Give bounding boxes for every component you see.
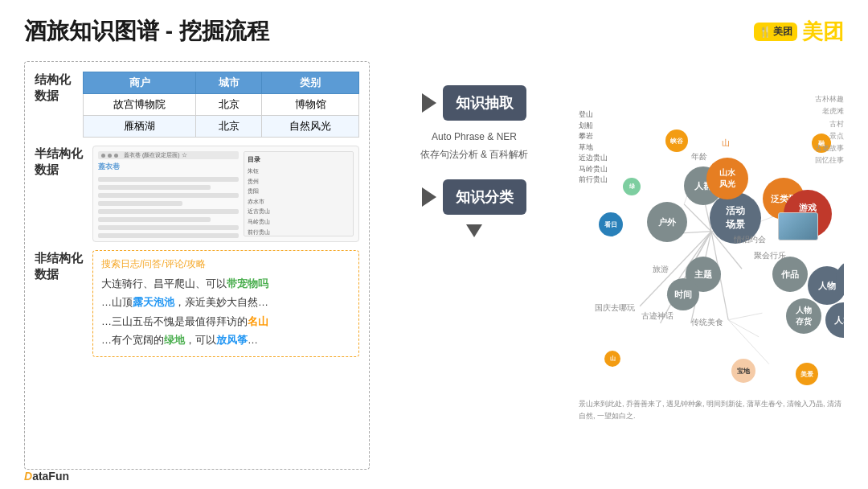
logo-badge-text: 美团 — [773, 25, 792, 39]
mock-line — [98, 241, 182, 242]
search-label: 搜索日志/问答/评论/攻略 — [101, 257, 350, 271]
mock-line — [98, 193, 239, 198]
classification-flow: 知识分类 — [422, 179, 526, 215]
brand-name: 美团 — [802, 18, 844, 46]
node-renjiqun2: 人群 — [825, 302, 844, 338]
logo-badge: 🍴 美团 — [754, 23, 797, 41]
label-gujiuji: 古迹神话 — [641, 310, 674, 322]
page-container: 酒旅知识图谱 - 挖掘流程 🍴 美团 美团 结构化数据 商户 城市 — [0, 0, 868, 489]
node-sat6: 美景 — [796, 363, 818, 385]
mock-line — [98, 233, 239, 238]
down-arrow-icon — [466, 224, 482, 237]
semi-structured-preview: 蓋衣巷 (颜在设定层面) ☆ 蓋衣巷 — [92, 146, 359, 242]
mock-line — [98, 185, 211, 190]
mock-dot — [114, 154, 118, 158]
arrow-to-extraction — [422, 93, 436, 113]
semi-structured-section: 半结构化数据 蓋衣巷 (颜在设定层面) ☆ 蓋衣巷 — [35, 146, 359, 242]
table-cell: 雁栖湖 — [84, 116, 196, 138]
mock-right-title: 目录 — [248, 155, 350, 164]
mock-left-col: 蓋衣巷 (颜在设定层面) ☆ 蓋衣巷 — [98, 151, 239, 236]
mock-line — [98, 209, 239, 214]
table-cell: 北京 — [196, 116, 262, 138]
node-outer4: 山 — [604, 351, 620, 367]
node-outer1: 绿 — [623, 178, 641, 195]
right-labels: 古朴林趣老虎滩古村景点古老故事回忆往事 — [815, 93, 844, 167]
unstructured-box: 搜索日志/问答/评论/攻略 大连骑行、昌平爬山、可以带宠物吗 …山顶露天泡池，亲… — [92, 250, 359, 357]
mock-dot — [108, 154, 112, 158]
label-luyou: 旅游 — [653, 264, 669, 275]
label-mountain-char: 山 — [722, 138, 730, 149]
unstructured-section: 非结构化数据 搜索日志/问答/评论/攻略 大连骑行、昌平爬山、可以带宠物吗 …山… — [35, 250, 359, 357]
bottom-bar: DataFun — [24, 470, 69, 483]
extraction-sub2: 依存句法分析 & 百科解析 — [420, 149, 529, 160]
table-cell: 博物馆 — [262, 94, 359, 116]
header: 酒旅知识图谱 - 挖掘流程 🍴 美团 美团 — [24, 16, 844, 47]
svg-line-14 — [728, 320, 759, 337]
mock-line — [98, 177, 239, 182]
structured-label: 结构化数据 — [35, 72, 73, 103]
extraction-sub1: Auto Phrase & NER — [432, 131, 517, 142]
left-panel: 结构化数据 商户 城市 类别 故宫博物院 北京 博物馆 — [24, 61, 370, 470]
datafun-logo: DataFun — [24, 470, 69, 483]
mock-dot — [101, 154, 105, 158]
col-header-category: 类别 — [262, 72, 359, 94]
table-cell: 自然风光 — [262, 116, 359, 138]
extraction-sublabels: Auto Phrase & NER 依存句法分析 & 百科解析 — [420, 129, 529, 163]
unstructured-label: 非结构化数据 — [35, 250, 83, 281]
arrow-to-classification — [422, 187, 436, 207]
table-row: 故宫博物院 北京 博物馆 — [84, 94, 359, 116]
label-juhui: 聚会行乐 — [754, 250, 786, 261]
middle-panel: 知识抽取 Auto Phrase & NER 依存句法分析 & 百科解析 知识分… — [386, 61, 563, 470]
label-chuantong: 传统美食 — [691, 317, 723, 328]
mock-page-heading: 蓋衣巷 — [98, 162, 239, 172]
knowledge-graph: 活动场景 人群 户外 主题 时间 泛类型 山水风光 游戏娱乐 作品 人物存货 人… — [579, 61, 844, 470]
left-labels: 登山划船攀岩草地近边贵山马岭贵山前行贵山 — [579, 109, 608, 186]
node-shijian: 时间 — [667, 278, 699, 310]
mock-title-bar: 蓋衣巷 (颜在设定层面) ☆ — [98, 151, 239, 159]
node-waihu: 户外 — [647, 202, 687, 242]
highlight-pet: 带宠物吗 — [227, 277, 268, 290]
table-cell: 北京 — [196, 94, 262, 116]
highlight-park: 绿地 — [164, 334, 185, 346]
node-renming: 人物存货 — [786, 298, 821, 334]
highlight-kite: 放风筝 — [216, 334, 248, 346]
datafun-rest: ataFun — [32, 470, 69, 483]
structured-table: 商户 城市 类别 故宫博物院 北京 博物馆 雁栖湖 北京 — [83, 72, 359, 138]
table-row: 雁栖湖 北京 自然风光 — [84, 116, 359, 138]
label-guoqing: 国庆去哪玩 — [595, 302, 635, 314]
mock-webpage: 蓋衣巷 (颜在设定层面) ☆ 蓋衣巷 — [98, 151, 354, 236]
classification-label: 知识分类 — [456, 189, 514, 205]
mock-line — [98, 217, 211, 222]
node-sat1: 峡谷 — [665, 129, 688, 152]
highlight-mountain: 名山 — [248, 315, 268, 327]
mock-line — [98, 225, 239, 230]
mock-right-col: 目录 朱钰贵州贵阳赤水市近古贵山马岭贵山前行贵山 — [244, 151, 354, 236]
mock-line — [98, 201, 182, 206]
graph-thumbnail — [778, 212, 818, 240]
logo-area: 🍴 美团 美团 — [754, 18, 844, 46]
page-title: 酒旅知识图谱 - 挖掘流程 — [24, 16, 269, 47]
svg-line-0 — [684, 204, 711, 232]
knowledge-extraction-box: 知识抽取 — [443, 85, 526, 121]
main-content: 结构化数据 商户 城市 类别 故宫博物院 北京 博物馆 — [24, 61, 844, 470]
mock-toc: 朱钰贵州贵阳赤水市近古贵山马岭贵山前行贵山 — [248, 166, 350, 237]
col-header-city: 城市 — [196, 72, 262, 94]
node-shanshui: 山水风光 — [706, 158, 748, 199]
datafun-d: D — [24, 470, 32, 483]
structured-data-section: 结构化数据 商户 城市 类别 故宫博物院 北京 博物馆 — [35, 72, 359, 138]
mock-text-content — [98, 176, 239, 242]
node-zuopin: 作品 — [772, 257, 808, 292]
node-sat5: 看日 — [599, 212, 623, 236]
logo-icon: 🍴 — [759, 26, 772, 38]
knowledge-classification-box: 知识分类 — [443, 179, 526, 215]
bottom-text: 景山来到此处, 乔善善来了, 遇见钟种象, 明间到新徒, 蒲草生春兮, 清翰入乃… — [579, 398, 844, 421]
extraction-flow: 知识抽取 — [422, 85, 526, 121]
thumbnail-img — [779, 213, 817, 240]
table-cell: 故宫博物院 — [84, 94, 196, 116]
right-panel: 活动场景 人群 户外 主题 时间 泛类型 山水风光 游戏娱乐 作品 人物存货 人… — [579, 61, 844, 470]
label-qinggan: 情侣约会 — [734, 234, 766, 245]
svg-line-13 — [728, 313, 762, 319]
node-sat7: 宝地 — [731, 359, 755, 383]
highlight-pool: 露天泡池 — [133, 296, 174, 308]
mock-url: 蓋衣巷 (颜在设定层面) ☆ — [124, 151, 187, 159]
